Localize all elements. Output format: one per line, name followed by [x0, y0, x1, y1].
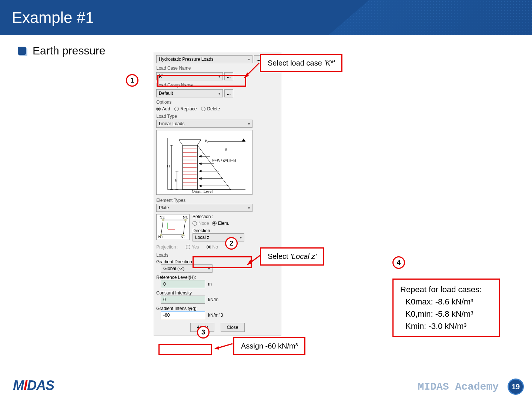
elem-types-dropdown[interactable]: Plate ▾ [156, 204, 252, 212]
bullet-row: Earth pressure [18, 44, 106, 57]
const-int-input[interactable]: 0 [161, 296, 205, 304]
arrow-3 [211, 341, 235, 352]
footer-academy: MIDAS Academy [418, 381, 499, 393]
callout-2: Select 'Local z' [260, 247, 324, 266]
option-delete-radio[interactable]: Delete [201, 106, 220, 111]
diagram-origin: Origin Level [192, 189, 213, 193]
main-dropdown-label: Hydrostatic Pressure Loads [159, 57, 213, 62]
chevron-down-icon: ▾ [248, 57, 250, 61]
diagram-P0: P₀ [205, 139, 208, 143]
svg-marker-30 [161, 220, 185, 235]
elem-types-value: Plate [159, 205, 169, 210]
chevron-down-icon: ▾ [248, 206, 250, 210]
svg-marker-40 [247, 260, 252, 265]
arrow-2 [244, 254, 263, 269]
diagram-formula: P=P₀+g×(H-h) [212, 158, 236, 163]
slide-header: Example #1 [0, 0, 532, 35]
svg-marker-19 [199, 170, 201, 172]
bullet-icon [18, 47, 26, 55]
grad-int-input[interactable]: -60 [161, 311, 205, 319]
load-group-dropdown[interactable]: Default ▾ [156, 89, 223, 97]
page-number: 19 [508, 379, 524, 395]
callout-1: Select load case 'K*' [260, 54, 342, 72]
load-group-more-button[interactable]: ... [224, 89, 233, 97]
proj-no-radio: No [207, 244, 218, 250]
arrow-1 [241, 61, 263, 81]
load-diagram: H h P₀ g P=P₀+g×(H-h) Origin Level [156, 130, 252, 195]
option-add-radio[interactable]: Add [156, 106, 170, 111]
selection-label: Selection : [193, 214, 279, 219]
element-diagram: N1 N2 N3 N4 [156, 214, 190, 240]
grad-int-label: Gradient Intensity(g): [156, 306, 279, 311]
ref-level-unit: m [208, 281, 212, 287]
sel-node-radio: Node [193, 221, 209, 226]
load-group-value: Default [159, 91, 173, 96]
load-type-label: Load Type [156, 114, 279, 119]
diagram-H: H [167, 164, 170, 168]
svg-marker-15 [199, 155, 201, 157]
const-int-label: Constant Intensity [156, 290, 279, 296]
svg-marker-17 [199, 163, 201, 165]
ref-level-input[interactable]: 0 [161, 280, 205, 288]
diagram-g: g [225, 147, 227, 151]
dialog-panel: Hydrostatic Pressure Loads ▾ ... Load Ca… [154, 52, 281, 336]
elem-types-label: Element Types [156, 198, 279, 203]
const-int-unit: kN/m [208, 297, 218, 302]
step-3-circle: 3 [197, 326, 210, 339]
sel-elem-radio[interactable]: Elem. [212, 221, 230, 226]
chevron-down-icon: ▾ [248, 122, 250, 126]
projection-label: Projection : [156, 244, 178, 250]
options-label: Options [156, 100, 279, 105]
svg-marker-23 [199, 185, 201, 187]
bullet-text: Earth pressure [33, 44, 106, 57]
load-type-value: Linear Loads [159, 121, 184, 126]
grad-int-unit: kN/m^3 [208, 313, 223, 318]
proj-yes-radio: Yes [186, 244, 199, 250]
callout-3: Assign -60 kN/m³ [233, 337, 305, 355]
highlight-load-case [157, 75, 246, 87]
chevron-down-icon: ▾ [240, 236, 242, 240]
step-4-circle: 4 [392, 256, 405, 269]
callout-4: Repeat for load cases: K0max: -8.6 kN/m³… [392, 279, 500, 337]
load-type-dropdown[interactable]: Linear Loads ▾ [156, 120, 252, 128]
close-button[interactable]: Close [221, 323, 245, 332]
direction-value: Local z [195, 235, 209, 240]
header-decoration [328, 0, 532, 35]
svg-marker-21 [199, 177, 201, 180]
ref-level-label: Reference Level(H): [156, 275, 279, 280]
direction-label: Direction : [193, 228, 279, 233]
slide-title: Example #1 [12, 9, 94, 27]
step-2-circle: 2 [225, 237, 238, 250]
diagram-h: h [175, 178, 177, 182]
main-dropdown[interactable]: Hydrostatic Pressure Loads ▾ [156, 55, 252, 63]
grad-dir-value: Global (-Z) [163, 266, 184, 271]
highlight-gradient [158, 344, 212, 355]
svg-marker-38 [244, 72, 249, 78]
highlight-direction [193, 256, 252, 268]
step-1-circle: 1 [126, 74, 138, 87]
footer-logo: MIDAS [13, 378, 54, 393]
option-replace-radio[interactable]: Replace [174, 106, 197, 111]
chevron-down-icon: ▾ [218, 91, 220, 96]
